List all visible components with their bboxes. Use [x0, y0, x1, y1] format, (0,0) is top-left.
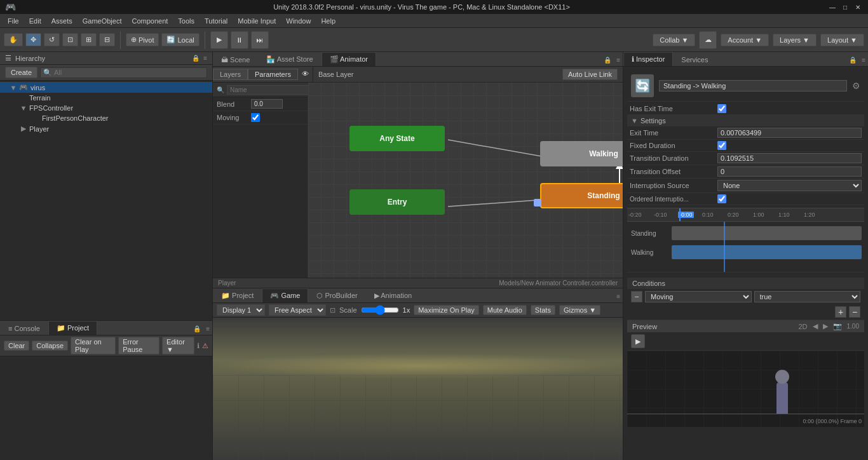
rect-tool-button[interactable]: ⊞: [81, 33, 97, 46]
move-tool-button[interactable]: ✥: [25, 33, 41, 46]
tab-project[interactable]: 📁 Project: [48, 321, 97, 335]
tab-project-bottom[interactable]: 📁 Project: [213, 288, 262, 302]
condition-add-button[interactable]: +: [835, 306, 846, 318]
scene-icon: 🏔: [221, 56, 228, 64]
menu-assets[interactable]: Assets: [46, 16, 78, 26]
hierarchy-search-input[interactable]: [54, 69, 204, 76]
any-state-node[interactable]: Any State: [349, 126, 445, 151]
minimize-button[interactable]: —: [827, 2, 837, 12]
gizmos-button[interactable]: Gizmos ▼: [559, 305, 600, 315]
tab-services[interactable]: Services: [673, 53, 716, 66]
auto-live-button[interactable]: Auto Live Link: [562, 69, 618, 80]
moving-param-label: Moving: [217, 114, 248, 121]
preview-viewport[interactable]: 0:00 (000.0%) Frame 0: [627, 351, 864, 427]
scale-tool-button[interactable]: ⊡: [62, 33, 78, 46]
params-search-input[interactable]: [227, 85, 314, 95]
condition-value-select[interactable]: true false: [754, 291, 861, 302]
tab-inspector[interactable]: ℹ Inspector: [623, 52, 673, 66]
pivot-button[interactable]: ⊕ Pivot: [126, 33, 159, 46]
tab-asset-store[interactable]: 🏪 Asset Store: [258, 52, 321, 66]
tree-label-player: Player: [29, 125, 49, 133]
maximize-on-play-button[interactable]: Maximize On Play: [414, 305, 479, 315]
clear-button[interactable]: Clear: [4, 341, 29, 351]
transition-duration-input[interactable]: [717, 153, 862, 163]
hierarchy-menu-icon: ≡: [203, 55, 207, 62]
scale-slider[interactable]: [361, 305, 399, 315]
condition-param-select[interactable]: Moving: [645, 291, 752, 302]
tab-animation[interactable]: ▶ Animation: [366, 288, 420, 302]
condition-remove-all-button[interactable]: −: [849, 306, 860, 318]
ordered-interruption-checkbox[interactable]: [717, 194, 726, 203]
menu-component[interactable]: Component: [126, 16, 173, 26]
collab-button[interactable]: Collab ▼: [653, 34, 695, 46]
title-bar-icon: 🎮: [5, 2, 16, 12]
transition-offset-input[interactable]: [717, 166, 862, 177]
title-bar: 🎮 Unity 2018.3.0f2 Personal - virus.unit…: [0, 0, 868, 14]
step-button[interactable]: ⏭: [251, 31, 269, 49]
menu-mobile-input[interactable]: Mobile Input: [233, 16, 281, 26]
tab-console[interactable]: ≡ Console: [0, 321, 48, 335]
mute-audio-button[interactable]: Mute Audio: [483, 305, 527, 315]
moving-checkbox[interactable]: [251, 113, 260, 122]
tab-animator[interactable]: 🎬 Animator: [322, 52, 376, 66]
rotate-tool-button[interactable]: ↺: [44, 33, 60, 46]
display-select[interactable]: Display 1: [217, 304, 265, 316]
local-button[interactable]: 🔄 Local: [161, 33, 199, 46]
menu-tutorial[interactable]: Tutorial: [200, 16, 233, 26]
animator-graph[interactable]: Any State Entry Walking Standing: [308, 83, 623, 278]
animator-tab-parameters[interactable]: Parameters: [248, 69, 298, 80]
maximize-button[interactable]: □: [840, 2, 850, 12]
aspect-select[interactable]: Free Aspect: [269, 304, 326, 316]
window-controls[interactable]: — □ ✕: [827, 2, 863, 12]
stats-button[interactable]: Stats: [531, 305, 555, 315]
tab-game[interactable]: 🎮 Game: [262, 288, 308, 302]
cloud-button[interactable]: ☁: [699, 31, 717, 49]
collapse-button[interactable]: Collapse: [32, 341, 68, 351]
pause-button[interactable]: ⏸: [231, 31, 248, 49]
account-button[interactable]: Account ▼: [721, 34, 769, 46]
tree-item-fpscontroller[interactable]: ▼ FPSController: [0, 103, 212, 113]
menu-file[interactable]: File: [3, 16, 24, 26]
hand-tool-button[interactable]: ✋: [4, 33, 23, 46]
menu-edit[interactable]: Edit: [24, 16, 46, 26]
inspector-settings-icon[interactable]: ⚙: [852, 81, 860, 91]
exit-time-input[interactable]: [717, 128, 862, 138]
fixed-duration-checkbox[interactable]: [717, 141, 726, 150]
menu-gameobject[interactable]: GameObject: [78, 16, 127, 26]
hierarchy-search-box[interactable]: 🔍: [40, 67, 207, 78]
tab-probuilder[interactable]: ⬡ ProBuilder: [308, 288, 365, 302]
menu-help[interactable]: Help: [316, 16, 341, 26]
transition-title-input[interactable]: [659, 80, 847, 91]
transform-tool-button[interactable]: ⊟: [99, 33, 115, 46]
tab-scene[interactable]: 🏔 Scene: [213, 53, 258, 66]
has-exit-time-checkbox[interactable]: [717, 104, 726, 113]
condition-remove-button[interactable]: −: [631, 291, 642, 302]
create-button[interactable]: Create: [5, 67, 37, 78]
clear-on-play-button[interactable]: Clear on Play: [71, 337, 116, 355]
preview-play-button[interactable]: ▶: [631, 334, 645, 348]
tree-item-firstpersoncharacter[interactable]: FirstPersonCharacter: [0, 113, 212, 123]
menu-tools[interactable]: Tools: [173, 16, 200, 26]
game-viewport[interactable]: [213, 318, 623, 460]
error-pause-button[interactable]: Error Pause: [118, 337, 159, 355]
settings-section-header[interactable]: ▼ Settings: [627, 115, 864, 126]
standing-node[interactable]: Standing: [540, 183, 623, 208]
tree-item-terrain[interactable]: Terrain: [0, 93, 212, 103]
layout-button[interactable]: Layout ▼: [820, 34, 864, 46]
tree-item-player[interactable]: ▶ Player: [0, 123, 212, 134]
blend-input[interactable]: [251, 99, 283, 109]
animator-tab-layers[interactable]: Layers: [213, 69, 248, 80]
layers-button[interactable]: Layers ▼: [773, 34, 817, 46]
timeline-playhead: [679, 208, 681, 221]
tree-item-virus[interactable]: ▼ 🎮 virus: [0, 82, 212, 93]
condition-row-1: − Moving true false: [627, 289, 864, 304]
interruption-source-select[interactable]: None: [717, 180, 862, 191]
close-button[interactable]: ✕: [853, 2, 863, 12]
menu-window[interactable]: Window: [281, 16, 316, 26]
eye-toggle[interactable]: 👁: [298, 69, 313, 80]
editor-button[interactable]: Editor ▼: [162, 337, 194, 355]
play-button[interactable]: ▶: [210, 31, 228, 49]
tree-arrow-player: ▶: [20, 125, 27, 133]
walking-node[interactable]: Walking: [540, 141, 623, 166]
entry-node[interactable]: Entry: [349, 189, 445, 215]
